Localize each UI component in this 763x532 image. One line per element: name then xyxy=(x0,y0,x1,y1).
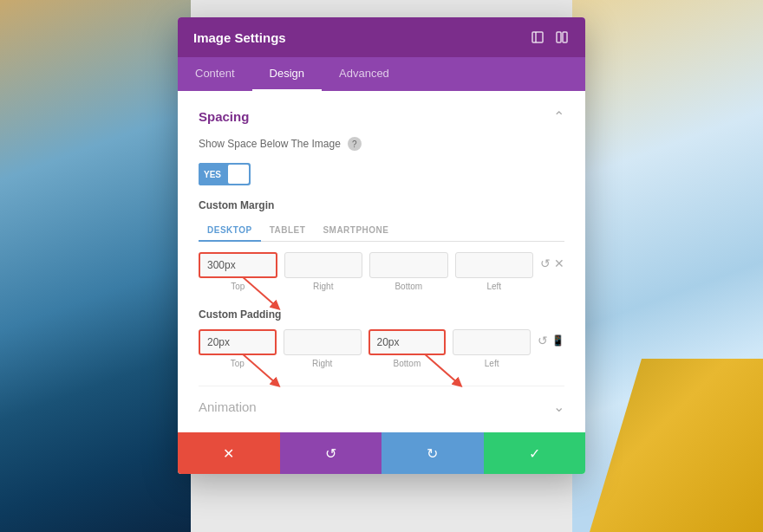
margin-input-group: Top Right Bottom Left ↺ xyxy=(199,252,564,291)
margin-clear-icon[interactable]: ✕ xyxy=(554,256,564,270)
padding-top-label: Top xyxy=(231,359,245,368)
animation-title: Animation xyxy=(199,399,257,414)
custom-padding-section: Custom Padding Top Right Bottom xyxy=(199,308,564,368)
modal-panel: Image Settings Content Design Advanced xyxy=(178,17,585,474)
spacing-chevron-icon[interactable]: ⌃ xyxy=(553,108,564,125)
margin-left-input[interactable] xyxy=(455,252,534,278)
device-tab-smartphone[interactable]: SMARTPHONE xyxy=(314,220,397,242)
margin-top-label: Top xyxy=(231,282,245,291)
help-icon[interactable]: ? xyxy=(348,137,362,151)
padding-input-group: Top Right Bottom Left ↺ xyxy=(199,329,564,368)
margin-left-wrapper: Left xyxy=(455,252,534,291)
padding-right-wrapper: Right xyxy=(284,329,362,368)
padding-left-input[interactable] xyxy=(453,329,531,355)
padding-reset-icon[interactable]: ↺ xyxy=(538,334,548,347)
modal-footer: ✕ ↺ ↻ ✓ xyxy=(178,432,585,474)
margin-bottom-input[interactable] xyxy=(369,252,448,278)
save-button[interactable]: ✓ xyxy=(484,432,586,474)
animation-header: Animation ⌄ xyxy=(199,399,564,415)
toggle-switch[interactable]: YES xyxy=(199,163,251,185)
padding-right-input[interactable] xyxy=(284,329,362,355)
custom-padding-label: Custom Padding xyxy=(199,308,564,321)
margin-right-wrapper: Right xyxy=(284,252,363,291)
undo-button[interactable]: ↺ xyxy=(280,432,382,474)
tab-content[interactable]: Content xyxy=(178,57,252,91)
tab-advanced[interactable]: Advanced xyxy=(322,57,407,91)
padding-bottom-input[interactable] xyxy=(368,329,447,355)
padding-bottom-label: Bottom xyxy=(394,359,421,368)
padding-inputs-row: Top Right Bottom Left ↺ xyxy=(199,329,564,368)
tab-design[interactable]: Design xyxy=(252,57,322,91)
padding-top-input[interactable] xyxy=(199,329,277,355)
cancel-button[interactable]: ✕ xyxy=(178,432,280,474)
custom-margin-label: Custom Margin xyxy=(199,199,564,211)
padding-top-wrapper: Top xyxy=(199,329,277,368)
padding-actions: ↺ 📱 xyxy=(538,329,564,347)
margin-bottom-wrapper: Bottom xyxy=(369,252,448,291)
redo-button[interactable]: ↻ xyxy=(382,432,484,474)
toggle-yes-label: YES xyxy=(199,163,226,185)
margin-actions: ↺ ✕ xyxy=(540,252,564,270)
custom-margin-section: Custom Margin DESKTOP TABLET SMARTPHONE … xyxy=(199,199,564,291)
spacing-title: Spacing xyxy=(199,109,249,124)
svg-rect-0 xyxy=(532,32,543,42)
margin-right-label: Right xyxy=(313,282,333,291)
margin-right-input[interactable] xyxy=(284,252,363,278)
toggle-handle xyxy=(228,165,249,184)
device-tabs: DESKTOP TABLET SMARTPHONE xyxy=(199,220,564,242)
modal-header: Image Settings xyxy=(178,17,585,57)
svg-rect-3 xyxy=(563,32,567,42)
device-tab-tablet[interactable]: TABLET xyxy=(261,220,315,242)
svg-rect-2 xyxy=(557,32,561,42)
margin-top-wrapper: Top xyxy=(199,252,277,291)
margin-inputs-row: Top Right Bottom Left ↺ xyxy=(199,252,564,291)
padding-left-label: Left xyxy=(485,359,499,368)
show-space-label: Show Space Below The Image xyxy=(199,138,341,150)
padding-bottom-wrapper: Bottom xyxy=(368,329,447,368)
margin-top-input[interactable] xyxy=(199,252,277,278)
padding-left-wrapper: Left xyxy=(453,329,531,368)
expand-icon[interactable] xyxy=(530,29,545,45)
modal-title: Image Settings xyxy=(193,30,286,45)
modal-tabs: Content Design Advanced xyxy=(178,57,585,91)
animation-chevron-icon[interactable]: ⌄ xyxy=(553,399,564,415)
spacing-section-header: Spacing ⌃ xyxy=(199,108,564,125)
padding-mobile-icon[interactable]: 📱 xyxy=(551,334,564,347)
padding-right-label: Right xyxy=(312,359,332,368)
background-left xyxy=(0,0,191,532)
show-space-row: Show Space Below The Image ? xyxy=(199,137,564,151)
device-tab-desktop[interactable]: DESKTOP xyxy=(199,220,261,242)
margin-reset-icon[interactable]: ↺ xyxy=(540,256,551,270)
header-icons xyxy=(530,29,570,45)
columns-icon[interactable] xyxy=(554,29,570,45)
margin-bottom-label: Bottom xyxy=(395,282,422,291)
modal-content: Spacing ⌃ Show Space Below The Image ? Y… xyxy=(178,91,585,432)
margin-left-label: Left xyxy=(486,282,501,291)
animation-section: Animation ⌄ xyxy=(199,386,564,415)
